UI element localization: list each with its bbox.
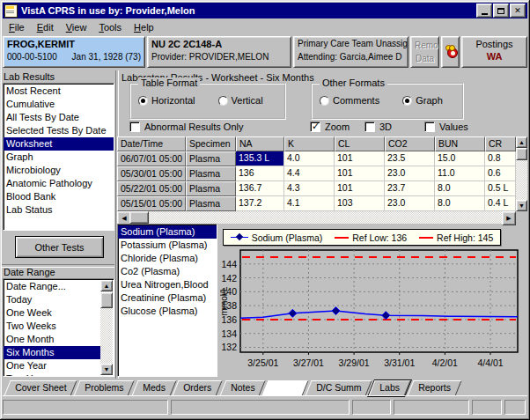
radio-icon[interactable]: [218, 96, 228, 106]
table-header-cell[interactable]: CR: [485, 136, 516, 151]
table-cell[interactable]: 4.4: [284, 166, 335, 181]
test-item[interactable]: Potassium (Plasma): [118, 239, 217, 252]
lab-results-item[interactable]: Selected Tests By Date: [4, 124, 114, 137]
tab-problems[interactable]: Problems: [74, 380, 136, 396]
table-header-cell[interactable]: BUN: [435, 136, 485, 151]
table-cell[interactable]: Plasma: [186, 151, 236, 166]
table-cell[interactable]: 23.0: [385, 196, 435, 211]
table-cell[interactable]: 4.0: [284, 151, 335, 166]
date-range-item[interactable]: One Week: [4, 306, 101, 320]
date-range-scrollbar[interactable]: ▲ ▼: [100, 280, 113, 375]
tab-blank[interactable]: [261, 380, 308, 396]
test-item[interactable]: Urea Nitrogen,Blood: [118, 278, 217, 291]
table-cell[interactable]: 05/15/01 05:00: [117, 196, 186, 211]
table-scroll-down-icon[interactable]: ▼: [516, 200, 527, 211]
menu-item[interactable]: File: [3, 20, 31, 34]
plot-area[interactable]: [240, 250, 518, 352]
table-scrollbar-thumb[interactable]: [516, 148, 527, 160]
lab-results-item[interactable]: Microbiology: [4, 164, 114, 177]
menu-item[interactable]: Edit: [31, 20, 60, 34]
checkbox-values[interactable]: Values: [424, 122, 468, 132]
checkbox-icon[interactable]: [310, 122, 320, 132]
table-cell[interactable]: 0.4 L: [485, 196, 516, 211]
table-cell[interactable]: 05/22/01 05:00: [117, 181, 186, 196]
care-team-button[interactable]: Primary Care Team Unassigned Attending: …: [293, 36, 409, 68]
radio-vertical[interactable]: Vertical: [218, 95, 263, 106]
table-cell[interactable]: Plasma: [186, 196, 236, 211]
menu-item[interactable]: View: [60, 20, 93, 34]
maximize-button[interactable]: [493, 4, 509, 18]
date-range-list[interactable]: Date Range...TodayOne WeekTwo WeeksOne M…: [3, 278, 114, 377]
table-cell[interactable]: 05/30/01 05:00: [117, 166, 186, 181]
table-cell[interactable]: 101: [335, 151, 385, 166]
lab-results-item[interactable]: Lab Status: [4, 203, 114, 217]
table-header-cell[interactable]: K: [284, 136, 335, 151]
table-header-cell[interactable]: CL: [335, 136, 385, 151]
title-bar[interactable]: VistA CPRS in use by: Provider,Melon ✕: [3, 3, 527, 18]
table-cell[interactable]: 103: [335, 196, 385, 211]
other-tests-button[interactable]: Other Tests: [15, 236, 104, 258]
date-range-item[interactable]: Today: [4, 293, 101, 306]
table-header-cell[interactable]: Specimen: [186, 136, 236, 151]
table-cell[interactable]: 136: [236, 166, 284, 181]
lab-results-list[interactable]: Most RecentCumulativeAll Tests By DateSe…: [3, 83, 114, 231]
table-cell[interactable]: 06/07/01 05:00: [117, 151, 186, 166]
radio-comments[interactable]: Comments: [320, 95, 379, 106]
alerts-button[interactable]: [441, 36, 460, 68]
patient-identity-button[interactable]: FROG,KERMIT 000-00-5100 Jan 31, 1928 (73…: [3, 36, 145, 68]
test-item[interactable]: Chloride (Plasma): [118, 252, 217, 265]
table-cell[interactable]: 23.5: [385, 151, 435, 166]
radio-icon[interactable]: [320, 96, 329, 106]
lab-chart[interactable]: 1321341361381401421443/25/013/27/013/29/…: [220, 248, 526, 377]
remote-data-button[interactable]: Remote Data: [410, 36, 439, 68]
checkbox-zoom[interactable]: Zoom: [310, 122, 350, 132]
lab-results-item[interactable]: Cumulative: [4, 98, 114, 111]
table-cell[interactable]: 136.7: [236, 181, 284, 196]
tab-d-c-summ[interactable]: D/C Summ: [305, 380, 372, 396]
close-button[interactable]: ✕: [510, 4, 526, 18]
table-cell[interactable]: 0.8: [485, 151, 516, 166]
radio-icon[interactable]: [402, 96, 412, 106]
lab-results-item[interactable]: All Tests By Date: [4, 111, 114, 124]
tab-cover-sheet[interactable]: Cover Sheet: [4, 380, 77, 396]
table-cell[interactable]: 101: [335, 166, 385, 181]
table-cell[interactable]: 0.5 L: [485, 181, 516, 196]
minimize-button[interactable]: [476, 4, 492, 18]
lab-results-item[interactable]: Worksheet: [4, 137, 114, 151]
date-range-item[interactable]: One Year: [4, 359, 101, 372]
radio-horizontal[interactable]: Horizontal: [138, 95, 195, 106]
table-cell[interactable]: Plasma: [186, 166, 236, 181]
table-cell[interactable]: 23.7: [385, 181, 435, 196]
checkbox-3d[interactable]: 3D: [364, 122, 392, 132]
table-cell[interactable]: 0.6: [485, 166, 516, 181]
checkbox-icon[interactable]: [364, 122, 375, 132]
postings-button[interactable]: Postings WA: [461, 36, 527, 68]
checkbox-abnormal-results-only[interactable]: Abnormal Results Only: [129, 122, 244, 132]
table-cell[interactable]: 4.1: [284, 196, 335, 211]
table-hscrollbar-thumb[interactable]: [129, 211, 149, 224]
table-cell[interactable]: 15.0: [435, 151, 485, 166]
table-cell[interactable]: 8.0: [435, 196, 485, 211]
radio-graph[interactable]: Graph: [402, 95, 443, 106]
test-item[interactable]: Co2 (Plasma): [118, 265, 217, 278]
menu-item[interactable]: Help: [128, 20, 160, 34]
checkbox-icon[interactable]: [424, 122, 435, 132]
table-scroll-up-icon[interactable]: ▲: [516, 136, 527, 148]
scrollbar-thumb[interactable]: [100, 292, 113, 308]
table-header-cell[interactable]: NA: [236, 136, 284, 151]
table-cell[interactable]: 11.0: [435, 166, 485, 181]
tab-reports[interactable]: Reports: [407, 380, 461, 396]
scroll-up-icon[interactable]: ▲: [100, 280, 113, 291]
table-header-cell[interactable]: CO2: [385, 136, 435, 151]
table-cell[interactable]: 4.3: [284, 181, 335, 196]
tab-meds[interactable]: Meds: [131, 380, 176, 396]
menu-item[interactable]: Tools: [92, 20, 128, 34]
lab-results-item[interactable]: Anatomic Pathology: [4, 177, 114, 190]
table-header-cell[interactable]: Date/Time: [117, 136, 186, 151]
date-range-item[interactable]: Six Months: [4, 346, 101, 359]
test-item[interactable]: Glucose (Plasma): [118, 305, 217, 318]
date-range-item[interactable]: Two Years: [4, 372, 101, 377]
checkbox-icon[interactable]: [129, 122, 140, 132]
table-cell[interactable]: 8.0: [435, 181, 485, 196]
date-range-item[interactable]: One Month: [4, 333, 101, 346]
